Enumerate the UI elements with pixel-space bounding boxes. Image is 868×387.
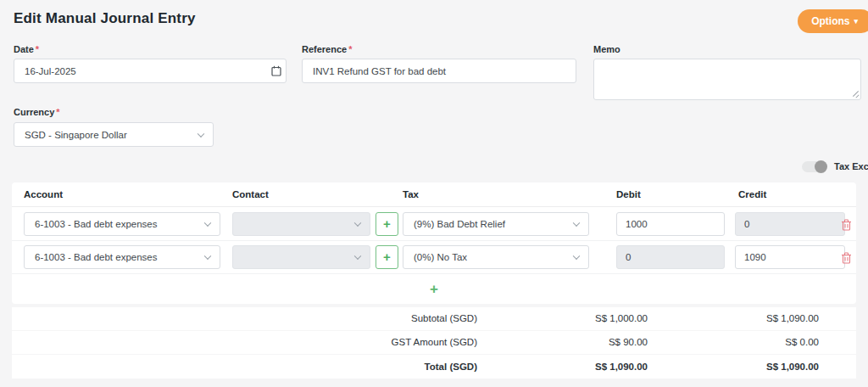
add-contact-button[interactable]: + bbox=[376, 212, 398, 236]
currency-select-value: SGD - Singapore Dollar bbox=[25, 130, 127, 140]
currency-label: Currency* bbox=[14, 107, 60, 117]
credit-cell bbox=[735, 245, 845, 269]
subtotal-debit-value: S$ 1,000.00 bbox=[478, 307, 648, 330]
trash-icon bbox=[841, 252, 854, 264]
delete-row-button[interactable] bbox=[841, 218, 854, 232]
date-input[interactable] bbox=[14, 59, 287, 83]
memo-label: Memo bbox=[593, 44, 620, 54]
chevron-down-icon: ▾ bbox=[854, 18, 858, 25]
options-button-label: Options bbox=[811, 15, 849, 27]
options-button[interactable]: Options ▾ bbox=[798, 9, 868, 33]
total-row: Total (SGD) S$ 1,090.00 S$ 1,090.00 bbox=[12, 355, 856, 379]
required-asterisk: * bbox=[56, 107, 59, 117]
column-header-credit: Credit bbox=[738, 182, 766, 207]
reference-label: Reference* bbox=[302, 44, 352, 54]
credit-input bbox=[735, 212, 845, 236]
credit-cell bbox=[735, 212, 845, 236]
tax-exclusive-label: Tax Exclusive bbox=[834, 161, 868, 171]
debit-cell bbox=[616, 245, 725, 269]
add-row-button[interactable]: + bbox=[421, 274, 447, 304]
account-select-value: 6-1003 - Bad debt expenses bbox=[35, 252, 158, 262]
credit-input[interactable] bbox=[735, 245, 845, 269]
total-label: Total (SGD) bbox=[223, 355, 477, 379]
account-select[interactable]: 6-1003 - Bad debt expenses bbox=[24, 245, 220, 269]
total-debit-value: S$ 1,090.00 bbox=[478, 355, 648, 379]
currency-select[interactable]: SGD - Singapore Dollar bbox=[14, 122, 214, 147]
edit-manual-journal-entry-page: Edit Manual Journal Entry Options ▾ Date… bbox=[0, 0, 868, 387]
gst-amount-credit-value: S$ 0.00 bbox=[649, 331, 819, 354]
column-header-account: Account bbox=[24, 182, 63, 207]
chevron-down-icon bbox=[204, 220, 211, 227]
add-contact-cell: + bbox=[376, 212, 398, 236]
debit-input bbox=[616, 245, 725, 269]
journal-lines-table: Account Contact Tax Debit Credit 6-1003 … bbox=[12, 182, 856, 304]
tax-select-value: (0%) No Tax bbox=[414, 252, 467, 262]
chevron-down-icon bbox=[204, 253, 211, 260]
contact-select bbox=[232, 245, 370, 269]
chevron-down-icon bbox=[573, 220, 580, 227]
subtotal-label: Subtotal (SGD) bbox=[223, 307, 477, 330]
tax-select[interactable]: (9%) Bad Debt Relief bbox=[403, 212, 589, 236]
column-header-debit: Debit bbox=[616, 182, 641, 207]
tax-select-value: (9%) Bad Debt Relief bbox=[414, 219, 505, 229]
tax-exclusive-toggle[interactable] bbox=[802, 161, 826, 172]
required-asterisk: * bbox=[36, 44, 39, 54]
date-label: Date* bbox=[14, 44, 39, 54]
tax-select[interactable]: (0%) No Tax bbox=[403, 245, 589, 269]
plus-icon: + bbox=[430, 281, 438, 297]
add-contact-cell: + bbox=[376, 245, 398, 269]
calendar-icon[interactable] bbox=[271, 65, 281, 76]
toggle-knob bbox=[815, 160, 827, 173]
subtotal-credit-value: S$ 1,090.00 bbox=[649, 307, 819, 330]
column-header-contact: Contact bbox=[232, 182, 269, 207]
chevron-down-icon bbox=[354, 253, 361, 260]
table-header-row: Account Contact Tax Debit Credit bbox=[12, 182, 856, 207]
debit-input[interactable] bbox=[616, 212, 725, 236]
table-row: 6-1003 - Bad debt expenses + (9%) Bad De… bbox=[12, 208, 856, 241]
add-contact-button[interactable]: + bbox=[376, 245, 398, 269]
tax-exclusive-row: Tax Exclusive bbox=[802, 160, 868, 173]
debit-cell bbox=[616, 212, 725, 236]
total-credit-value: S$ 1,090.00 bbox=[649, 355, 819, 379]
chevron-down-icon bbox=[573, 253, 580, 260]
subtotal-row: Subtotal (SGD) S$ 1,000.00 S$ 1,090.00 bbox=[12, 307, 856, 330]
required-asterisk: * bbox=[348, 44, 352, 54]
account-select[interactable]: 6-1003 - Bad debt expenses bbox=[24, 212, 220, 236]
page-title: Edit Manual Journal Entry bbox=[14, 10, 196, 27]
table-row: 6-1003 - Bad debt expenses + (0%) No Tax bbox=[12, 241, 856, 274]
add-row-area: + bbox=[12, 274, 856, 304]
gst-amount-row: GST Amount (SGD) S$ 90.00 S$ 0.00 bbox=[12, 331, 856, 354]
trash-icon bbox=[841, 219, 854, 231]
column-header-tax: Tax bbox=[403, 182, 419, 207]
delete-row-button[interactable] bbox=[841, 251, 854, 265]
account-select-value: 6-1003 - Bad debt expenses bbox=[35, 219, 158, 229]
contact-select bbox=[232, 212, 370, 236]
chevron-down-icon bbox=[354, 220, 361, 227]
gst-amount-debit-value: S$ 90.00 bbox=[478, 331, 648, 354]
reference-input[interactable] bbox=[302, 59, 576, 83]
memo-textarea[interactable] bbox=[593, 59, 861, 100]
gst-amount-label: GST Amount (SGD) bbox=[223, 331, 477, 354]
chevron-down-icon bbox=[198, 130, 204, 137]
